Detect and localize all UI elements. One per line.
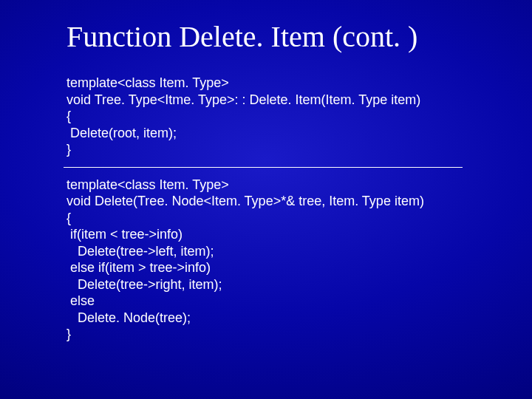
section-divider <box>64 167 463 168</box>
slide: Function Delete. Item (cont. ) template<… <box>0 0 532 399</box>
code-block-top: template<class Item. Type> void Tree. Ty… <box>66 75 480 158</box>
code-block-bottom: template<class Item. Type> void Delete(T… <box>66 177 480 343</box>
page-title: Function Delete. Item (cont. ) <box>66 19 480 54</box>
